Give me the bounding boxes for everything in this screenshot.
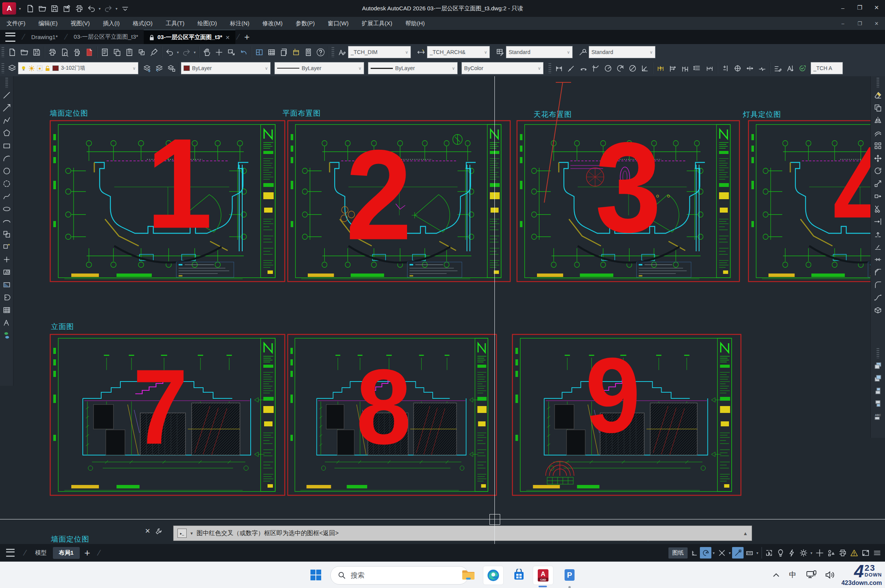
dim-ordinate-button[interactable] [589,62,602,74]
menu-format[interactable]: 格式(O) [126,17,159,30]
copy-button[interactable] [111,46,123,58]
save-as-button[interactable] [61,2,73,15]
break-button[interactable] [873,241,883,252]
offset-button[interactable] [873,128,883,138]
dim-style-button[interactable] [415,46,427,58]
menu-insert[interactable]: 插入(I) [96,17,126,30]
sheet-viewport-8[interactable]: 8 [287,333,498,496]
join-button[interactable] [873,254,883,265]
open-button[interactable] [36,2,48,15]
save-button[interactable] [48,2,61,15]
sel-cycling-button[interactable] [763,547,775,559]
dim-style-combo[interactable]: _TCH_ARCH&∨ [427,46,490,58]
region-button[interactable] [1,292,12,303]
menu-edit[interactable]: 编辑(E) [32,17,64,30]
crosshair-btn-button[interactable] [814,547,825,559]
spline-button[interactable] [1,191,12,201]
snap-dropdown[interactable]: ▾ [727,551,732,555]
chamfer-button[interactable] [873,267,883,277]
ellipse-arc-button[interactable] [1,216,12,227]
minimize-button[interactable]: – [834,0,851,15]
plot-button[interactable] [73,2,85,15]
toolbar-grip[interactable] [548,63,551,73]
make-block-button[interactable] [1,241,12,252]
command-wrench-icon[interactable] [155,527,163,535]
dyn-input-button[interactable] [744,547,755,559]
command-line[interactable]: ▸_ ▼ 图中红色交叉（或数字）框区即为选中的图框<返回> ▲ [173,526,752,541]
break-point-button[interactable] [873,229,883,239]
menu-express[interactable]: 扩展工具(X) [355,17,399,30]
menu-view[interactable]: 视图(V) [64,17,96,30]
start-button[interactable] [307,566,325,584]
table-button[interactable] [1,305,12,315]
command-expand-icon[interactable]: ▲ [743,531,748,536]
clean-screen-button[interactable] [860,547,871,559]
table-button[interactable] [265,46,277,58]
plot-style-combo[interactable]: ByColor∨ [461,62,543,74]
qat-more-button[interactable] [119,2,131,15]
menu-parametric[interactable]: 参数(P) [289,17,321,30]
dyn-input-dropdown[interactable]: ▾ [755,551,760,555]
layer-previous-button[interactable] [153,62,165,74]
undo-dropdown[interactable]: ▾ [176,50,180,54]
help-button[interactable] [314,46,327,58]
zoom-window-button[interactable] [225,46,237,58]
dim-quick-button[interactable] [654,62,667,74]
revcloud-button[interactable] [1,178,12,189]
dim-tolerance-button[interactable] [719,62,731,74]
table-style-combo[interactable]: Standard∨ [506,46,573,58]
tab-overflow-menu-icon[interactable] [5,33,15,42]
text-style-button[interactable] [336,46,348,58]
stretch-button[interactable] [873,191,883,201]
dim-center-button[interactable] [731,62,744,74]
undo-button[interactable] [85,2,97,15]
dim-jogline-button[interactable] [756,62,768,74]
gradient-button[interactable] [1,279,12,290]
calc-button[interactable] [302,46,314,58]
gear-dropdown[interactable]: ▾ [809,551,814,555]
gear-button[interactable] [798,547,809,559]
ortho-button[interactable] [688,547,700,559]
xline-button[interactable] [1,102,12,113]
dim-inspect-button[interactable] [744,62,756,74]
text-front-button[interactable]: ABC [873,411,883,421]
explode-button[interactable] [873,305,883,315]
new-tab-button[interactable]: + [240,32,253,43]
menu-window[interactable]: 窗口(W) [321,17,355,30]
toolbar-grip[interactable] [2,47,4,57]
command-history-dropdown[interactable]: ▼ [190,531,194,536]
arc-button[interactable] [1,153,12,164]
file-tab-t3[interactable]: 03-一层公区平立面图_t3* [68,30,143,44]
fillet-button[interactable] [873,279,883,290]
viewports-button[interactable] [253,46,265,58]
snap-button[interactable] [716,547,727,559]
pdf-app-button[interactable]: P [560,566,579,584]
dim-textedit-button[interactable] [784,62,796,74]
mtext-button[interactable] [1,317,12,328]
polar-dropdown[interactable]: ▾ [711,551,716,555]
doc-close-button[interactable]: ✕ [868,17,885,30]
annotation-vis-button[interactable] [775,547,786,559]
open-button[interactable] [18,46,30,58]
doc-restore-button[interactable]: ❐ [851,17,868,30]
layout1-tab[interactable]: 布局1 [53,547,80,559]
command-close-icon[interactable]: ✕ [145,527,150,535]
redo-dropdown[interactable]: ▾ [192,50,197,54]
text-style-combo[interactable]: _TCH_DIM∨ [348,46,411,58]
plot-button[interactable] [46,46,58,58]
zoom-realtime-button[interactable] [213,46,225,58]
toolbar-grip[interactable] [5,78,8,88]
redo-button[interactable] [102,2,114,15]
layer-state-button[interactable] [165,62,177,74]
sheet-viewport-1[interactable]: 1 [49,120,286,284]
blend-button[interactable] [873,292,883,303]
toolbar-grip[interactable] [877,348,879,358]
paper-space-button[interactable]: 图纸 [668,547,688,559]
file-explorer-button[interactable] [459,566,478,584]
autocad-logo[interactable]: A [2,2,16,15]
isolate-button[interactable] [825,547,837,559]
publish-button[interactable] [71,46,83,58]
linetype-combo[interactable]: ByLayer∨ [274,62,364,74]
tray-expand-button[interactable] [768,566,784,584]
rotate-button[interactable] [873,165,883,176]
